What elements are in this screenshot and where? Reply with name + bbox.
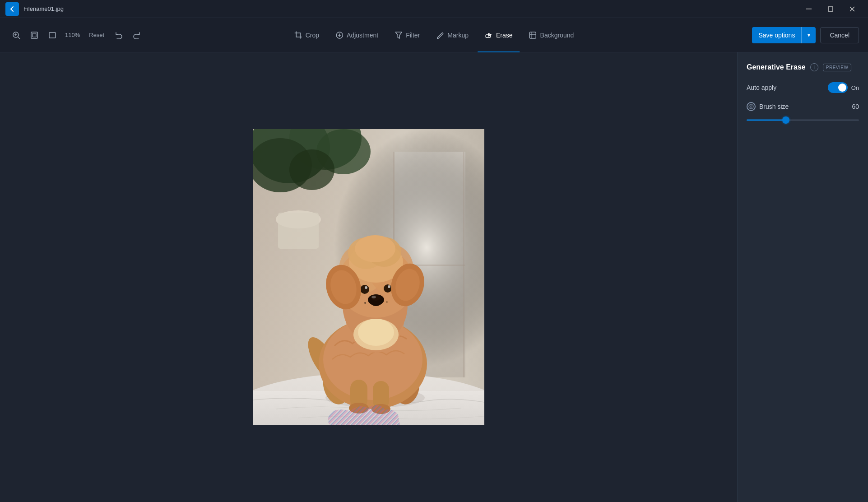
filter-icon (395, 31, 403, 39)
filename-label: Filename01.jpg (23, 5, 64, 12)
svg-marker-12 (395, 32, 402, 38)
svg-rect-13 (486, 35, 490, 37)
titlebar: Filename01.jpg (0, 0, 868, 18)
erase-icon (485, 31, 493, 39)
tab-markup-label: Markup (447, 32, 469, 39)
toolbar: 110% Reset Crop (0, 18, 868, 52)
brush-size-row: Brush size 60 (747, 102, 859, 111)
save-options-dropdown-arrow[interactable]: ▾ (801, 27, 816, 43)
nav-tabs: Crop Adjustment Filter Markup (287, 18, 581, 52)
auto-apply-state-label: On (851, 84, 859, 91)
svg-rect-8 (31, 32, 37, 38)
svg-point-68 (386, 301, 388, 303)
info-symbol: i (814, 65, 815, 70)
tab-background-label: Background (540, 32, 574, 39)
tab-crop-label: Crop (306, 32, 319, 39)
brush-size-label: Brush size (759, 103, 789, 110)
brush-size-value: 60 (852, 103, 859, 110)
cancel-button[interactable]: Cancel (820, 27, 859, 43)
svg-point-66 (358, 319, 394, 346)
svg-point-57 (388, 285, 390, 288)
svg-point-70 (749, 104, 753, 109)
zoom-in-button[interactable] (9, 28, 23, 42)
tab-crop[interactable]: Crop (287, 18, 326, 52)
toolbar-right: Save options ▾ Cancel (752, 27, 859, 43)
preview-badge[interactable]: PREVIEW (823, 64, 852, 71)
aspect-ratio-button[interactable] (45, 28, 60, 42)
svg-line-5 (18, 37, 20, 39)
svg-rect-1 (828, 7, 833, 11)
svg-point-53 (355, 235, 395, 262)
close-button[interactable] (842, 2, 863, 16)
slider-fill (747, 120, 786, 121)
canvas-area[interactable] (0, 52, 737, 502)
svg-point-67 (364, 302, 366, 304)
crop-icon (294, 31, 302, 39)
adjustment-icon (335, 31, 343, 39)
svg-point-56 (365, 286, 367, 289)
brush-size-left: Brush size (747, 102, 789, 111)
svg-rect-14 (530, 32, 536, 38)
back-icon (9, 5, 16, 13)
slider-track (747, 120, 859, 121)
brush-circle-icon (748, 104, 754, 109)
auto-apply-label: Auto apply (747, 84, 776, 91)
svg-rect-32 (278, 213, 319, 249)
right-panel: Generative Erase i PREVIEW Auto apply On (737, 52, 868, 502)
slider-thumb[interactable] (782, 116, 789, 124)
markup-icon (436, 31, 444, 39)
svg-rect-9 (32, 33, 36, 37)
fit-view-button[interactable] (27, 28, 42, 42)
reset-button[interactable]: Reset (85, 30, 108, 40)
tab-erase-label: Erase (496, 32, 513, 39)
brush-size-slider[interactable] (747, 116, 859, 125)
titlebar-left: Filename01.jpg (5, 2, 64, 16)
auto-apply-toggle-group: On (828, 82, 859, 93)
tab-erase[interactable]: Erase (478, 18, 520, 52)
svg-point-30 (289, 149, 334, 190)
window-controls (798, 2, 863, 16)
brush-icon (747, 102, 756, 111)
svg-rect-0 (806, 9, 812, 9)
tab-adjustment[interactable]: Adjustment (328, 18, 385, 52)
tab-markup[interactable]: Markup (429, 18, 476, 52)
svg-point-55 (384, 284, 392, 293)
undo-button[interactable] (111, 28, 126, 42)
svg-point-60 (371, 296, 376, 298)
panel-header: Generative Erase i PREVIEW (747, 63, 859, 71)
tab-adjustment-label: Adjustment (347, 32, 378, 39)
image-container (253, 129, 484, 425)
svg-point-54 (360, 285, 369, 294)
maximize-button[interactable] (820, 2, 841, 16)
save-options-button[interactable]: Save options ▾ (752, 27, 816, 43)
svg-rect-10 (49, 33, 56, 38)
tab-filter[interactable]: Filter (387, 18, 427, 52)
back-button[interactable] (5, 2, 19, 16)
info-icon[interactable]: i (810, 63, 818, 71)
main-area: Generative Erase i PREVIEW Auto apply On (0, 52, 868, 502)
panel-title: Generative Erase (747, 63, 806, 71)
zoom-level-label: 110% (63, 32, 82, 38)
auto-apply-toggle[interactable] (828, 82, 848, 93)
photo-canvas[interactable] (253, 129, 484, 425)
save-options-label: Save options (752, 27, 801, 43)
redo-button[interactable] (130, 28, 144, 42)
minimize-button[interactable] (798, 2, 819, 16)
tab-filter-label: Filter (406, 32, 420, 39)
svg-point-71 (750, 106, 752, 107)
toggle-thumb (838, 84, 846, 92)
toolbar-left: 110% Reset (9, 28, 144, 42)
tab-background[interactable]: Background (522, 18, 581, 52)
auto-apply-row: Auto apply On (747, 82, 859, 93)
background-icon (529, 31, 537, 39)
